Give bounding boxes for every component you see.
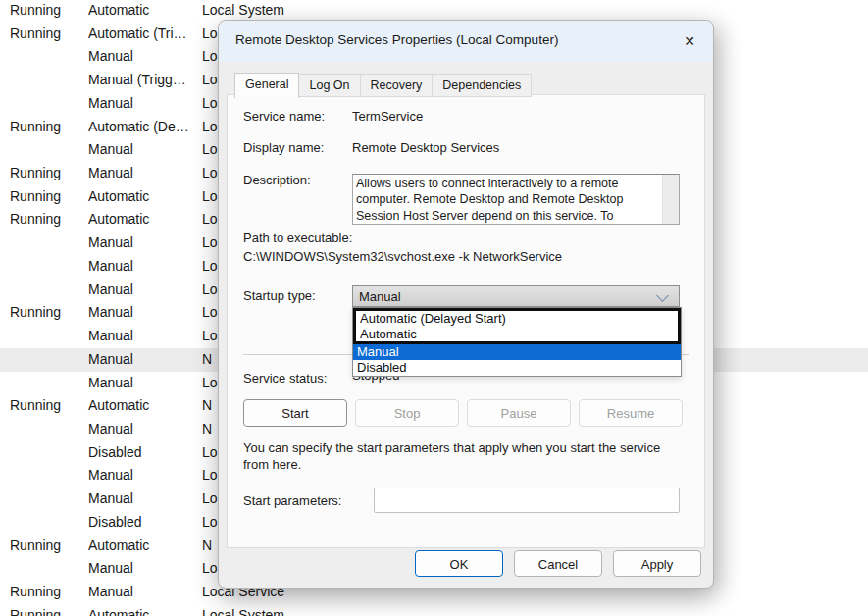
row-logon-as: Lo (202, 45, 218, 69)
row-startup-type: Automatic (Tri… (88, 23, 187, 46)
row-logon-as: Lo (202, 488, 218, 511)
row-startup-type: Manual (88, 464, 133, 488)
row-startup-type: Manual (88, 581, 133, 604)
row-status: Running (10, 604, 61, 616)
close-icon[interactable]: ✕ (676, 28, 703, 54)
row-logon-as: Lo (202, 92, 218, 116)
description-box: Allows users to connect interactively to… (352, 174, 680, 225)
row-logon-as: Lo (202, 325, 218, 348)
row-startup-type: Manual (88, 418, 133, 441)
row-startup-type: Manual (88, 92, 133, 116)
stop-button: Stop (355, 399, 459, 427)
row-logon-as: Lo (202, 185, 218, 209)
dialog-footer-buttons: OKCancelApply (415, 550, 701, 577)
row-startup-type: Automatic (88, 208, 149, 231)
tab-dependencies[interactable]: Dependencies (433, 74, 532, 97)
row-logon-as: Lo (202, 208, 218, 231)
tab-log-on[interactable]: Log On (299, 74, 360, 97)
row-logon-as: N (202, 535, 212, 558)
row-logon-as: Lo (202, 441, 218, 465)
apply-button[interactable]: Apply (613, 550, 701, 577)
row-startup-type: Automatic (88, 394, 149, 418)
row-startup-type: Disabled (88, 511, 141, 535)
start-parameters-input[interactable] (374, 488, 680, 513)
row-logon-as: N (202, 394, 212, 418)
row-startup-type: Manual (88, 231, 133, 255)
row-startup-type: Manual (88, 138, 133, 162)
row-status: Running (10, 581, 61, 604)
dropdown-option-disabled[interactable]: Disabled (353, 360, 681, 376)
row-status: Running (10, 162, 61, 185)
dropdown-focus-rect: Automatic (Delayed Start)Automatic (353, 308, 681, 344)
row-startup-type: Manual (88, 301, 133, 325)
dropdown-option-manual[interactable]: Manual (353, 344, 681, 360)
service-status-label: Service status: (243, 371, 327, 385)
cancel-button[interactable]: Cancel (514, 550, 602, 577)
start-button[interactable]: Start (243, 399, 347, 427)
row-status: Running (10, 116, 61, 139)
description-scrollbar[interactable] (662, 175, 679, 224)
tab-recovery[interactable]: Recovery (361, 74, 434, 97)
row-status: Running (10, 0, 61, 23)
startup-type-combobox[interactable]: Manual (352, 285, 680, 307)
service-list-row[interactable]: RunningAutomaticLocal System (0, 604, 868, 616)
start-parameters-label: Start parameters: (243, 493, 341, 508)
dialog-title: Remote Desktop Services Properties (Loca… (235, 32, 558, 47)
startup-type-dropdown: Automatic (Delayed Start)AutomaticManual… (352, 307, 682, 377)
row-logon-as: Lo (202, 511, 218, 535)
start-parameters-note: You can specify the start parameters tha… (243, 440, 683, 473)
tab-strip: GeneralLog OnRecoveryDependencies (234, 73, 532, 97)
row-status: Running (10, 535, 61, 558)
resume-button: Resume (579, 399, 683, 427)
startup-type-value: Manual (359, 289, 401, 304)
row-logon-as: Lo (202, 372, 218, 395)
row-logon-as: Lo (202, 557, 218, 581)
row-logon-as: Lo (202, 464, 218, 488)
chevron-down-icon (656, 289, 669, 302)
service-properties-dialog: Remote Desktop Services Properties (Loca… (218, 20, 714, 589)
row-logon-as: Lo (202, 23, 218, 46)
row-startup-type: Manual (88, 348, 133, 372)
row-startup-type: Disabled (88, 441, 141, 465)
row-logon-as: Lo (202, 138, 218, 162)
row-startup-type: Manual (88, 325, 133, 348)
row-startup-type: Manual (88, 279, 133, 302)
ok-button[interactable]: OK (415, 550, 503, 577)
row-logon-as: Lo (202, 162, 218, 185)
row-startup-type: Automatic (De… (88, 116, 189, 139)
dropdown-option-automatic[interactable]: Automatic (356, 327, 678, 341)
description-label: Description: (243, 173, 311, 187)
pause-button: Pause (467, 399, 571, 427)
path-value: C:\WINDOWS\System32\svchost.exe -k Netwo… (243, 249, 562, 264)
startup-type-label: Startup type: (243, 288, 316, 303)
row-startup-type: Manual (88, 255, 133, 279)
general-tab-panel: Service name: TermService Display name: … (227, 94, 705, 548)
row-logon-as: Lo (202, 279, 218, 302)
row-status: Running (10, 301, 61, 325)
row-logon-as: Lo (202, 231, 218, 255)
path-label: Path to executable: (243, 231, 352, 245)
description-text: Allows users to connect interactively to… (356, 176, 658, 224)
tab-general[interactable]: General (234, 73, 299, 98)
row-startup-type: Automatic (88, 0, 149, 23)
row-logon-as: Local System (202, 604, 284, 616)
row-startup-type: Manual (88, 372, 133, 395)
dialog-titlebar[interactable]: Remote Desktop Services Properties (Loca… (219, 21, 713, 62)
row-logon-as: N (202, 418, 212, 441)
row-startup-type: Automatic (88, 535, 149, 558)
service-control-buttons: StartStopPauseResume (243, 399, 683, 427)
display-name-value: Remote Desktop Services (352, 140, 499, 155)
row-status: Running (10, 208, 61, 231)
display-name-label: Display name: (243, 140, 324, 155)
row-logon-as: Lo (202, 69, 218, 92)
row-status: Running (10, 185, 61, 209)
service-name-label: Service name: (243, 109, 325, 124)
row-logon-as: Lo (202, 301, 218, 325)
dropdown-option-automatic-delayed-start-[interactable]: Automatic (Delayed Start) (356, 311, 678, 327)
row-logon-as: Lo (202, 255, 218, 279)
row-startup-type: Automatic (88, 185, 149, 209)
row-startup-type: Automatic (88, 604, 149, 616)
row-startup-type: Manual (Trigg… (88, 69, 186, 92)
row-logon-as: Lo (202, 116, 218, 139)
row-startup-type: Manual (88, 488, 133, 511)
